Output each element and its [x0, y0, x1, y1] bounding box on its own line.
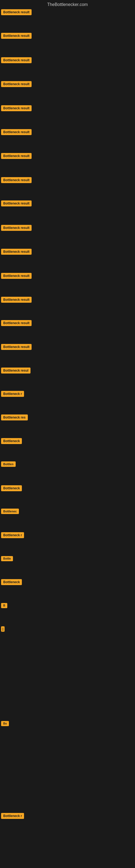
bottleneck-item-21: Bottleneck: [1, 485, 22, 491]
bottleneck-item-19: Bottleneck: [1, 438, 22, 444]
site-title: TheBottlenecker.com: [0, 0, 135, 9]
bottleneck-badge-23[interactable]: Bottleneck r: [1, 532, 24, 538]
bottleneck-badge-10[interactable]: Bottleneck result: [1, 225, 32, 231]
bottleneck-item-1: Bottleneck result: [1, 9, 32, 15]
bottleneck-badge-9[interactable]: Bottleneck result: [1, 200, 32, 207]
bottleneck-badge-7[interactable]: Bottleneck result: [1, 153, 32, 159]
bottleneck-badge-2[interactable]: Bottleneck result: [1, 33, 32, 39]
bottleneck-badge-1[interactable]: Bottleneck result: [1, 9, 32, 15]
bottleneck-item-9: Bottleneck result: [1, 200, 32, 207]
bottleneck-badge-12[interactable]: Bottleneck result: [1, 273, 32, 279]
bottleneck-item-13: Bottleneck result: [1, 297, 32, 303]
bottleneck-item-5: Bottleneck result: [1, 105, 32, 111]
bottleneck-item-27: |: [1, 626, 5, 632]
bottleneck-item-24: Bottle: [1, 556, 13, 561]
bottleneck-item-20: Bottlen: [1, 461, 16, 467]
bottleneck-badge-27[interactable]: |: [1, 626, 5, 632]
bottleneck-badge-15[interactable]: Bottleneck result: [1, 344, 32, 350]
bottleneck-item-26: B: [1, 603, 7, 608]
bottleneck-badge-17[interactable]: Bottleneck r: [1, 391, 24, 397]
bottleneck-item-17: Bottleneck r: [1, 391, 24, 397]
bottleneck-badge-20[interactable]: Bottlen: [1, 461, 16, 467]
bottleneck-badge-4[interactable]: Bottleneck result: [1, 81, 32, 87]
bottleneck-badge-18[interactable]: Bottleneck res: [1, 414, 28, 421]
bottleneck-item-7: Bottleneck result: [1, 153, 32, 159]
bottleneck-item-11: Bottleneck result: [1, 249, 32, 255]
items-container: Bottleneck resultBottleneck resultBottle…: [0, 9, 135, 868]
site-header: TheBottlenecker.com: [0, 0, 135, 9]
bottleneck-badge-22[interactable]: Bottlenec: [1, 508, 19, 514]
bottleneck-item-10: Bottleneck result: [1, 225, 32, 231]
bottleneck-item-15: Bottleneck result: [1, 344, 32, 350]
bottleneck-item-14: Bottleneck result: [1, 320, 32, 326]
bottleneck-item-29: Bo: [1, 721, 9, 726]
bottleneck-badge-3[interactable]: Bottleneck result: [1, 57, 32, 63]
bottleneck-item-25: Bottleneck: [1, 579, 22, 585]
bottleneck-badge-11[interactable]: Bottleneck result: [1, 249, 32, 255]
bottleneck-item-22: Bottlenec: [1, 508, 19, 514]
bottleneck-item-6: Bottleneck result: [1, 129, 32, 135]
bottleneck-badge-29[interactable]: Bo: [1, 721, 9, 726]
bottleneck-item-3: Bottleneck result: [1, 57, 32, 63]
bottleneck-badge-19[interactable]: Bottleneck: [1, 438, 22, 444]
bottleneck-item-4: Bottleneck result: [1, 81, 32, 87]
bottleneck-badge-6[interactable]: Bottleneck result: [1, 129, 32, 135]
bottleneck-badge-21[interactable]: Bottleneck: [1, 485, 22, 491]
bottleneck-badge-13[interactable]: Bottleneck result: [1, 297, 32, 303]
bottleneck-item-23: Bottleneck r: [1, 532, 24, 538]
bottleneck-badge-26[interactable]: B: [1, 603, 7, 608]
bottleneck-badge-5[interactable]: Bottleneck result: [1, 105, 32, 111]
bottleneck-item-31: Bottleneck r: [1, 813, 24, 819]
bottleneck-item-2: Bottleneck result: [1, 33, 32, 39]
bottleneck-badge-16[interactable]: Bottleneck resul: [1, 368, 31, 373]
bottleneck-item-8: Bottleneck result: [1, 177, 32, 183]
bottleneck-item-18: Bottleneck res: [1, 414, 28, 421]
bottleneck-item-12: Bottleneck result: [1, 273, 32, 279]
bottleneck-badge-24[interactable]: Bottle: [1, 556, 13, 561]
bottleneck-item-16: Bottleneck resul: [1, 368, 31, 373]
bottleneck-badge-8[interactable]: Bottleneck result: [1, 177, 32, 183]
bottleneck-badge-14[interactable]: Bottleneck result: [1, 320, 32, 326]
bottleneck-badge-31[interactable]: Bottleneck r: [1, 813, 24, 819]
bottleneck-badge-25[interactable]: Bottleneck: [1, 579, 22, 585]
